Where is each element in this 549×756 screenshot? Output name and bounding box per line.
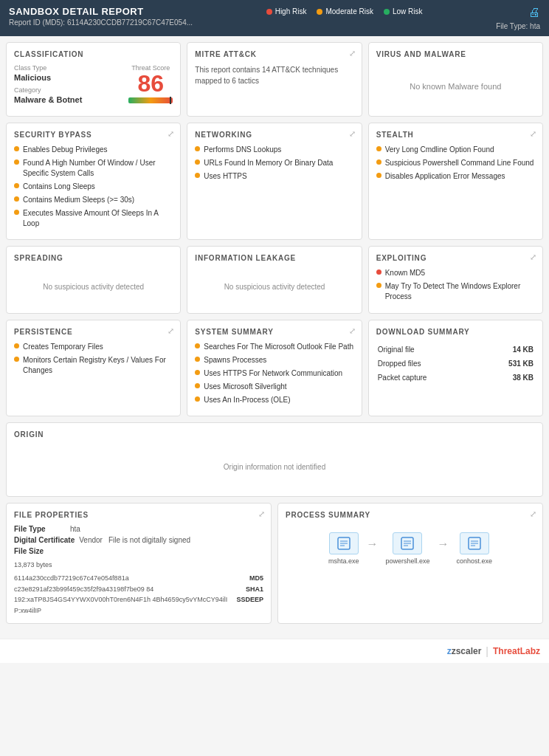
packet-capture-value: 38 KB bbox=[481, 371, 534, 384]
file-properties-expand-icon[interactable]: ⤢ bbox=[258, 509, 265, 519]
origin-no-info: Origin information not identified bbox=[224, 463, 325, 471]
persistence-list: Creates Temporary Files Monitors Certain… bbox=[14, 342, 173, 376]
list-item: Known MD5 bbox=[376, 268, 535, 278]
low-risk-label: Low Risk bbox=[393, 7, 423, 16]
list-item: Spawns Processes bbox=[195, 355, 353, 365]
list-item: Uses HTTPS bbox=[195, 171, 353, 182]
stealth-expand-icon[interactable]: ⤢ bbox=[530, 129, 536, 139]
hash-section: 13,873 bytes 6114a230ccdb77219c67c47e054… bbox=[14, 560, 263, 616]
arrow-2: → bbox=[438, 537, 449, 551]
file-type-row: File Type hta bbox=[14, 525, 263, 533]
process-conhost: conhost.exe bbox=[457, 532, 493, 565]
stealth-title: STEALTH bbox=[376, 131, 535, 139]
exploiting-list: Known MD5 May Try To Detect The Windows … bbox=[376, 268, 535, 302]
networking-title: NETWORKING bbox=[195, 131, 353, 139]
dropped-files-value: 531 KB bbox=[481, 357, 534, 370]
system-summary-title: SYSTEM SUMMARY bbox=[195, 328, 353, 336]
system-summary-expand-icon[interactable]: ⤢ bbox=[349, 326, 356, 336]
persistence-card: PERSISTENCE ⤢ Creates Temporary Files Mo… bbox=[6, 320, 181, 416]
download-table: Original file 14 KB Dropped files 531 KB… bbox=[376, 342, 535, 385]
list-item: Enables Debug Privileges bbox=[14, 145, 173, 155]
bullet-dot bbox=[14, 159, 19, 165]
page-title: SANDBOX DETAIL REPORT bbox=[9, 6, 193, 17]
origin-title: ORIGIN bbox=[14, 430, 535, 439]
exploiting-expand-icon[interactable]: ⤢ bbox=[530, 252, 536, 262]
md5-label: MD5 bbox=[249, 573, 263, 583]
file-type-label: File Type: hta bbox=[496, 22, 540, 30]
sha1-row: c23e8291af23b99f459c35f2f9a43198f7be09 8… bbox=[14, 584, 263, 594]
original-file-value: 14 KB bbox=[481, 343, 534, 356]
class-type-value: Malicious bbox=[14, 73, 128, 82]
expand-icon[interactable]: ⤢ bbox=[349, 49, 356, 58]
footer-brand: zzscaler bbox=[447, 646, 482, 656]
bullet-dot bbox=[14, 210, 19, 215]
list-item: Uses Microsoft Silverlight bbox=[195, 382, 353, 392]
information-leakage-no-activity: No suspicious activity detected bbox=[195, 268, 353, 306]
low-risk-legend: Low Risk bbox=[384, 7, 423, 16]
high-risk-label: High Risk bbox=[275, 7, 307, 16]
file-size-label: File Size bbox=[14, 547, 66, 555]
list-item: May Try To Detect The Windows Explorer P… bbox=[376, 281, 535, 302]
process-summary-title: PROCESS SUMMARY bbox=[286, 511, 535, 519]
security-bypass-title: SECURITY BYPASS bbox=[14, 131, 173, 139]
score-bar bbox=[128, 97, 173, 103]
sha1-label: SHA1 bbox=[246, 584, 263, 594]
footer: zzscaler | ThreatLabz bbox=[0, 639, 549, 663]
list-item: Found A High Number Of Window / User Spe… bbox=[14, 158, 173, 179]
security-bypass-expand-icon[interactable]: ⤢ bbox=[168, 129, 174, 139]
persistence-title: PERSISTENCE bbox=[14, 328, 173, 336]
stealth-list: Very Long Cmdline Option Found Suspiciou… bbox=[376, 145, 535, 182]
bullet-dot bbox=[195, 343, 200, 348]
threat-score-value: 86 bbox=[128, 72, 173, 95]
conhost-label: conhost.exe bbox=[457, 557, 493, 565]
vendor-value: File is not digitally signed bbox=[108, 536, 190, 544]
list-item: Disables Application Error Messages bbox=[376, 171, 535, 182]
stealth-card: STEALTH ⤢ Very Long Cmdline Option Found… bbox=[368, 123, 543, 240]
file-properties-title: FILE PROPERTIES bbox=[14, 511, 263, 519]
ssdeep-label: SSDEEP bbox=[236, 594, 263, 616]
table-row: Original file 14 KB bbox=[378, 343, 534, 356]
bullet-dot bbox=[14, 196, 19, 202]
md5-value: 6114a230ccdb77219c67c47e054f881a bbox=[14, 573, 246, 583]
row-6: FILE PROPERTIES ⤢ File Type hta Digital … bbox=[6, 503, 543, 624]
bullet-dot bbox=[195, 396, 200, 402]
list-item: Suspicious Powershell Command Line Found bbox=[376, 158, 535, 168]
persistence-expand-icon[interactable]: ⤢ bbox=[168, 326, 174, 336]
conhost-icon bbox=[460, 532, 489, 554]
row-5: ORIGIN Origin information not identified bbox=[6, 422, 543, 497]
security-bypass-list: Enables Debug Privileges Found A High Nu… bbox=[14, 145, 173, 229]
table-row: Dropped files 531 KB bbox=[378, 357, 534, 370]
list-item: URLs Found In Memory Or Binary Data bbox=[195, 158, 353, 168]
process-summary-content: mshta.exe → powershell.exe → bbox=[286, 525, 535, 572]
digital-cert-label: Digital Certificate bbox=[14, 536, 75, 544]
networking-expand-icon[interactable]: ⤢ bbox=[349, 129, 356, 139]
list-item: Very Long Cmdline Option Found bbox=[376, 145, 535, 155]
bullet-dot bbox=[195, 173, 200, 178]
header: SANDBOX DETAIL REPORT Report ID (MD5): 6… bbox=[0, 0, 549, 36]
bullet-dot bbox=[376, 269, 381, 275]
file-type-label: File Type bbox=[14, 525, 66, 533]
print-icon[interactable]: 🖨 bbox=[528, 6, 540, 19]
networking-card: NETWORKING ⤢ Performs DNS Lookups URLs F… bbox=[187, 123, 362, 240]
networking-list: Performs DNS Lookups URLs Found In Memor… bbox=[195, 145, 353, 182]
bullet-dot bbox=[195, 159, 200, 165]
process-summary-card: PROCESS SUMMARY ⤢ mshta.exe → bbox=[277, 503, 543, 624]
bullet-dot bbox=[195, 357, 200, 362]
virus-title: VIRUS AND MALWARE bbox=[376, 50, 535, 58]
powershell-label: powershell.exe bbox=[385, 557, 429, 565]
threat-score-box: Threat Score 86 bbox=[128, 64, 173, 103]
list-item: Performs DNS Lookups bbox=[195, 145, 353, 155]
high-risk-dot bbox=[266, 9, 272, 15]
list-item: Monitors Certain Registry Keys / Values … bbox=[14, 355, 173, 376]
process-summary-expand-icon[interactable]: ⤢ bbox=[530, 509, 536, 519]
moderate-risk-legend: Moderate Risk bbox=[317, 7, 373, 16]
list-item: Contains Medium Sleeps (>= 30s) bbox=[14, 195, 173, 205]
row-4: PERSISTENCE ⤢ Creates Temporary Files Mo… bbox=[6, 320, 543, 416]
mitre-description: This report contains 14 ATT&CK technique… bbox=[195, 64, 353, 86]
bullet-dot bbox=[14, 183, 19, 188]
mitre-card: MITRE ATT&CK ⤢ This report contains 14 A… bbox=[187, 42, 362, 117]
exploiting-card: EXPLOITING ⤢ Known MD5 May Try To Detect… bbox=[368, 246, 543, 314]
download-summary-card: DOWNLOAD SUMMARY Original file 14 KB Dro… bbox=[368, 320, 543, 416]
category-value: Malware & Botnet bbox=[14, 95, 128, 104]
information-leakage-card: INFORMATION LEAKAGE No suspicious activi… bbox=[187, 246, 362, 314]
